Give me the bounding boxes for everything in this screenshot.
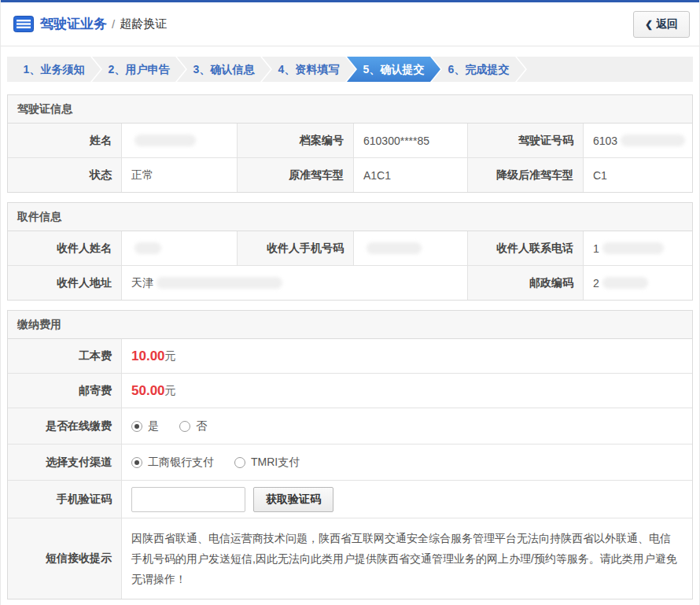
radio-unchecked-icon[interactable] — [234, 457, 245, 468]
get-code-button[interactable]: 获取验证码 — [253, 487, 333, 512]
fee-unit: 元 — [165, 384, 176, 398]
redacted-value — [602, 242, 664, 254]
online-pay-yes-label: 是 — [148, 419, 159, 433]
table-row: 是否在线缴费 是 否 — [8, 408, 692, 445]
breadcrumb-separator: / — [112, 17, 115, 31]
channel-icbc-option[interactable]: 工商银行支付 — [131, 456, 214, 470]
file-no-value: 610300****85 — [354, 124, 468, 157]
step-1-business-notice[interactable]: 1、业务须知 — [7, 57, 101, 82]
table-row: 状态 正常 原准驾车型 A1C1 降级后准驾车型 C1 — [8, 158, 692, 192]
license-no-value: 6103 — [584, 124, 692, 157]
postage-fee-amount: 50.00 — [131, 383, 165, 399]
card-fee-value: 10.00元 — [122, 339, 692, 373]
recipient-phone-label: 收件人联系电话 — [468, 231, 584, 265]
orig-class-label: 原准驾车型 — [238, 158, 354, 192]
redacted-value — [134, 242, 161, 254]
online-pay-yes-option[interactable]: 是 — [131, 419, 159, 433]
online-pay-label: 是否在线缴费 — [8, 408, 122, 444]
postal-code-value: 2 — [584, 266, 692, 300]
postage-fee-value: 50.00元 — [122, 374, 692, 408]
status-label: 状态 — [8, 158, 122, 192]
radio-checked-icon[interactable] — [131, 421, 142, 432]
radio-checked-icon[interactable] — [131, 457, 142, 468]
pay-channel-label: 选择支付渠道 — [8, 445, 122, 480]
channel-tmri-option[interactable]: TMRI支付 — [234, 456, 300, 470]
table-row: 工本费 10.00元 — [8, 339, 692, 374]
pay-channel-options: 工商银行支付 TMRI支付 — [122, 445, 692, 480]
online-pay-options: 是 否 — [122, 408, 692, 444]
online-pay-no-label: 否 — [196, 419, 207, 433]
sms-notice-label: 短信接收提示 — [8, 518, 122, 599]
sms-notice-text: 因陕西省联通、电信运营商技术问题，陕西省互联网交通安全综合服务管理平台无法向持陕… — [122, 518, 692, 599]
license-section-title: 驾驶证信息 — [8, 95, 692, 124]
redacted-value — [157, 277, 282, 289]
pickup-section-title: 取件信息 — [8, 203, 692, 231]
table-row: 邮寄费 50.00元 — [8, 374, 692, 408]
table-row: 收件人地址 天津 邮政编码 2 — [8, 266, 692, 300]
card-fee-amount: 10.00 — [131, 349, 165, 364]
redacted-value — [602, 277, 648, 289]
online-pay-no-option[interactable]: 否 — [179, 419, 207, 433]
name-value — [122, 124, 238, 157]
name-label: 姓名 — [8, 124, 122, 157]
back-chevron-icon: ❮ — [645, 19, 653, 30]
step-5-confirm-submit[interactable]: 5、确认提交 — [347, 57, 440, 82]
redacted-value — [621, 135, 685, 146]
recipient-address-value: 天津 — [122, 266, 468, 300]
status-value: 正常 — [122, 158, 238, 192]
step-bar-filler — [517, 57, 693, 82]
recipient-phone-value: 1 — [584, 231, 692, 265]
recipient-address-label: 收件人地址 — [8, 266, 122, 300]
header-bar: 驾驶证业务 / 超龄换证 ❮ 返回 — [1, 2, 699, 46]
payment-section-title: 缴纳费用 — [8, 311, 692, 339]
back-button[interactable]: ❮ 返回 — [633, 11, 690, 38]
recipient-name-value — [122, 231, 238, 265]
step-6-complete-submit[interactable]: 6、完成提交 — [432, 57, 525, 82]
step-2-user-declaration[interactable]: 2、用户申告 — [92, 57, 186, 82]
postage-fee-label: 邮寄费 — [8, 374, 122, 408]
sms-code-input[interactable] — [131, 487, 245, 512]
redacted-value — [134, 135, 196, 146]
table-row: 选择支付渠道 工商银行支付 TMRI支付 — [8, 445, 692, 481]
page: 驾驶证业务 / 超龄换证 ❮ 返回 1、业务须知 2、用户申告 3、确认信息 4… — [0, 0, 700, 605]
table-row: 短信接收提示 因陕西省联通、电信运营商技术问题，陕西省互联网交通安全综合服务管理… — [8, 518, 692, 599]
file-no-label: 档案编号 — [238, 124, 354, 157]
step-4-fill-materials[interactable]: 4、资料填写 — [262, 57, 356, 82]
postal-code-label: 邮政编码 — [468, 266, 584, 300]
back-button-label: 返回 — [656, 17, 678, 31]
recipient-mobile-value — [354, 231, 468, 265]
recipient-mobile-label: 收件人手机号码 — [238, 231, 354, 265]
orig-class-value: A1C1 — [354, 158, 468, 192]
sms-code-row: 获取验证码 — [122, 481, 692, 518]
recipient-name-label: 收件人姓名 — [8, 231, 122, 265]
radio-unchecked-icon[interactable] — [179, 421, 190, 432]
fee-unit: 元 — [165, 349, 176, 363]
card-fee-label: 工本费 — [8, 339, 122, 373]
payment-section: 缴纳费用 工本费 10.00元 邮寄费 50.00元 是否在线缴费 是 否 — [7, 310, 693, 599]
pickup-info-section: 取件信息 收件人姓名 收件人手机号码 收件人联系电话 1 收件人地址 天津 邮政… — [7, 202, 693, 301]
page-title: 驾驶证业务 — [40, 15, 107, 33]
table-row: 手机验证码 获取验证码 — [8, 481, 692, 518]
license-menu-icon — [13, 16, 34, 32]
table-row: 收件人姓名 收件人手机号码 收件人联系电话 1 — [8, 231, 692, 266]
step-wizard: 1、业务须知 2、用户申告 3、确认信息 4、资料填写 5、确认提交 6、完成提… — [7, 57, 693, 82]
license-info-section: 驾驶证信息 姓名 档案编号 610300****85 驾驶证号码 6103 状态… — [7, 94, 693, 193]
table-row: 姓名 档案编号 610300****85 驾驶证号码 6103 — [8, 124, 692, 158]
page-subtitle: 超龄换证 — [120, 17, 167, 31]
step-3-confirm-info[interactable]: 3、确认信息 — [177, 57, 271, 82]
downgrade-class-label: 降级后准驾车型 — [468, 158, 584, 192]
downgrade-class-value: C1 — [584, 158, 692, 192]
channel-tmri-label: TMRI支付 — [251, 456, 300, 470]
channel-icbc-label: 工商银行支付 — [148, 456, 214, 470]
license-no-label: 驾驶证号码 — [468, 124, 584, 157]
sms-code-label: 手机验证码 — [8, 481, 122, 518]
redacted-value — [367, 242, 422, 254]
